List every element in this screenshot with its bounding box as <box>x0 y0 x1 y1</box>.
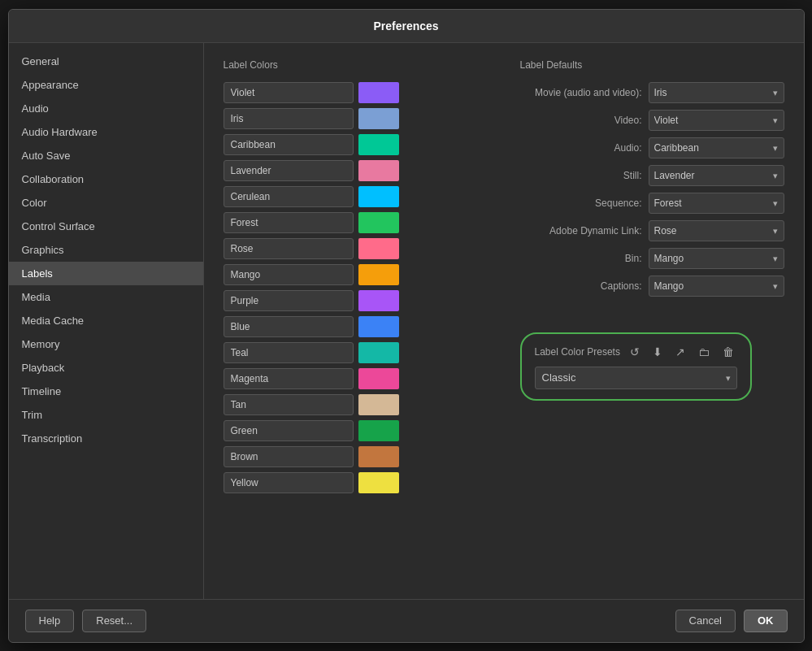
label-color-row <box>224 212 488 233</box>
defaults-select-wrapper: VioletIrisCaribbeanLavenderCeruleanFores… <box>649 193 784 214</box>
color-swatch[interactable] <box>358 186 399 207</box>
presets-container: Label Color Presets ↺ ⬇ ↗ 🗀 🗑 ClassicCus… <box>520 316 784 401</box>
label-name-input[interactable] <box>224 238 354 259</box>
sidebar-item-media-cache[interactable]: Media Cache <box>9 309 203 332</box>
label-color-row <box>224 290 488 311</box>
label-name-input[interactable] <box>224 394 354 415</box>
sidebar-item-color[interactable]: Color <box>9 191 203 215</box>
sidebar-item-trim[interactable]: Trim <box>9 403 203 427</box>
color-swatch[interactable] <box>358 82 399 103</box>
sidebar-item-timeline[interactable]: Timeline <box>9 380 203 403</box>
sidebar: GeneralAppearanceAudioAudio HardwareAuto… <box>9 43 204 599</box>
sidebar-item-auto-save[interactable]: Auto Save <box>9 144 203 167</box>
label-color-row <box>224 394 488 415</box>
preferences-dialog: Preferences GeneralAppearanceAudioAudio … <box>8 9 805 643</box>
color-swatch[interactable] <box>358 446 399 467</box>
defaults-select[interactable]: VioletIrisCaribbeanLavenderCeruleanFores… <box>649 193 784 214</box>
color-swatch[interactable] <box>358 212 399 233</box>
main-content: Label Colors Label Defaults Movie (audio… <box>204 43 804 599</box>
label-name-input[interactable] <box>224 316 354 337</box>
label-name-input[interactable] <box>224 264 354 285</box>
color-swatch[interactable] <box>358 342 399 363</box>
label-name-input[interactable] <box>224 108 354 129</box>
sidebar-item-transcription[interactable]: Transcription <box>9 427 203 450</box>
sidebar-item-control-surface[interactable]: Control Surface <box>9 215 203 238</box>
defaults-row-label: Still: <box>520 170 642 181</box>
label-name-input[interactable] <box>224 446 354 467</box>
label-color-row <box>224 160 488 181</box>
sidebar-item-audio-hardware[interactable]: Audio Hardware <box>9 120 203 144</box>
label-name-input[interactable] <box>224 186 354 207</box>
dialog-title: Preferences <box>9 10 804 43</box>
defaults-row: Bin:VioletIrisCaribbeanLavenderCeruleanF… <box>520 248 784 269</box>
help-button[interactable]: Help <box>25 610 75 632</box>
label-defaults-list: Movie (audio and video):VioletIrisCaribb… <box>520 82 784 297</box>
label-color-row <box>224 368 488 389</box>
left-column: Label Colors <box>224 59 488 498</box>
sidebar-item-graphics[interactable]: Graphics <box>9 238 203 262</box>
defaults-select[interactable]: VioletIrisCaribbeanLavenderCeruleanFores… <box>649 137 784 158</box>
color-swatch[interactable] <box>358 264 399 285</box>
footer-left: Help Reset... <box>25 610 147 632</box>
footer-right: Cancel OK <box>675 610 788 632</box>
color-swatch[interactable] <box>358 238 399 259</box>
color-swatch[interactable] <box>358 420 399 441</box>
color-swatch[interactable] <box>358 368 399 389</box>
label-name-input[interactable] <box>224 368 354 389</box>
defaults-select[interactable]: VioletIrisCaribbeanLavenderCeruleanFores… <box>649 110 784 131</box>
defaults-row-label: Movie (audio and video): <box>520 87 642 98</box>
label-name-input[interactable] <box>224 82 354 103</box>
sidebar-item-appearance[interactable]: Appearance <box>9 73 203 97</box>
defaults-select-wrapper: VioletIrisCaribbeanLavenderCeruleanFores… <box>649 220 784 241</box>
preset-export-btn[interactable]: ↗ <box>672 344 688 360</box>
color-swatch[interactable] <box>358 394 399 415</box>
defaults-row: Sequence:VioletIrisCaribbeanLavenderCeru… <box>520 193 784 214</box>
sidebar-item-general[interactable]: General <box>9 50 203 73</box>
defaults-row: Still:VioletIrisCaribbeanLavenderCerulea… <box>520 165 784 186</box>
label-name-input[interactable] <box>224 290 354 311</box>
preset-folder-btn[interactable]: 🗀 <box>695 344 713 360</box>
presets-select[interactable]: ClassicCustom <box>535 367 737 389</box>
ok-button[interactable]: OK <box>744 610 788 632</box>
label-name-input[interactable] <box>224 472 354 493</box>
color-swatch[interactable] <box>358 160 399 181</box>
cancel-button[interactable]: Cancel <box>675 610 736 632</box>
defaults-select-wrapper: VioletIrisCaribbeanLavenderCeruleanFores… <box>649 82 784 103</box>
defaults-row: Captions:VioletIrisCaribbeanLavenderCeru… <box>520 276 784 297</box>
defaults-select[interactable]: VioletIrisCaribbeanLavenderCeruleanFores… <box>649 220 784 241</box>
sidebar-item-media[interactable]: Media <box>9 285 203 309</box>
presets-header: Label Color Presets ↺ ⬇ ↗ 🗀 🗑 <box>535 344 737 360</box>
defaults-row-label: Sequence: <box>520 197 642 209</box>
defaults-select[interactable]: VioletIrisCaribbeanLavenderCeruleanFores… <box>649 165 784 186</box>
dialog-body: GeneralAppearanceAudioAudio HardwareAuto… <box>9 43 804 599</box>
defaults-select[interactable]: VioletIrisCaribbeanLavenderCeruleanFores… <box>649 82 784 103</box>
dialog-footer: Help Reset... Cancel OK <box>9 599 804 642</box>
color-swatch[interactable] <box>358 134 399 155</box>
reset-button[interactable]: Reset... <box>82 610 146 632</box>
preset-reset-btn[interactable]: ↺ <box>627 344 643 360</box>
defaults-select[interactable]: VioletIrisCaribbeanLavenderCeruleanFores… <box>649 248 784 269</box>
sidebar-item-audio[interactable]: Audio <box>9 97 203 120</box>
color-swatch[interactable] <box>358 316 399 337</box>
defaults-row: Audio:VioletIrisCaribbeanLavenderCerulea… <box>520 137 784 158</box>
sidebar-item-labels[interactable]: Labels <box>9 262 203 285</box>
color-swatch[interactable] <box>358 290 399 311</box>
label-name-input[interactable] <box>224 134 354 155</box>
label-color-row <box>224 134 488 155</box>
label-color-row <box>224 108 488 129</box>
label-name-input[interactable] <box>224 420 354 441</box>
label-name-input[interactable] <box>224 160 354 181</box>
sidebar-item-playback[interactable]: Playback <box>9 356 203 380</box>
preset-delete-btn[interactable]: 🗑 <box>719 344 737 360</box>
defaults-row-label: Video: <box>520 115 642 126</box>
sidebar-item-collaboration[interactable]: Collaboration <box>9 167 203 191</box>
preset-save-btn[interactable]: ⬇ <box>649 344 666 360</box>
label-name-input[interactable] <box>224 342 354 363</box>
defaults-select[interactable]: VioletIrisCaribbeanLavenderCeruleanFores… <box>649 276 784 297</box>
label-name-input[interactable] <box>224 212 354 233</box>
sidebar-item-memory[interactable]: Memory <box>9 332 203 356</box>
label-color-row <box>224 264 488 285</box>
label-color-row <box>224 238 488 259</box>
color-swatch[interactable] <box>358 108 399 129</box>
color-swatch[interactable] <box>358 472 399 493</box>
